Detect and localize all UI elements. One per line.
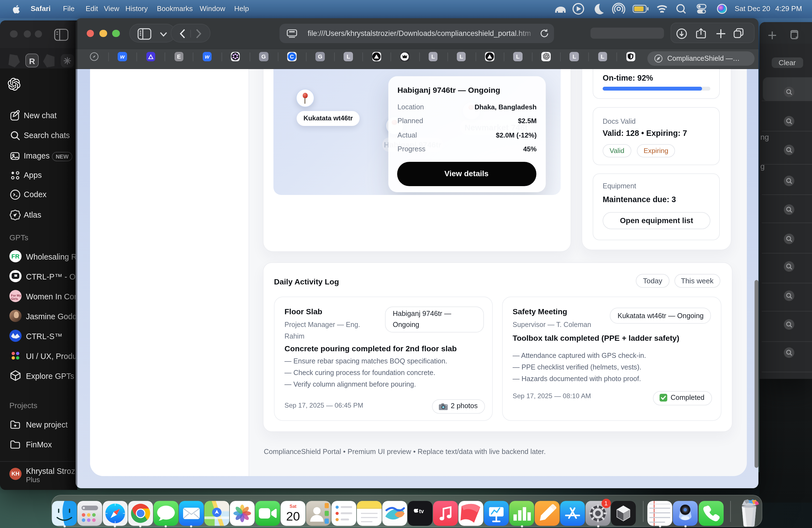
svg-text:Sat: Sat bbox=[289, 504, 296, 509]
svg-text:20: 20 bbox=[286, 509, 300, 523]
svg-text:tv: tv bbox=[419, 508, 424, 514]
